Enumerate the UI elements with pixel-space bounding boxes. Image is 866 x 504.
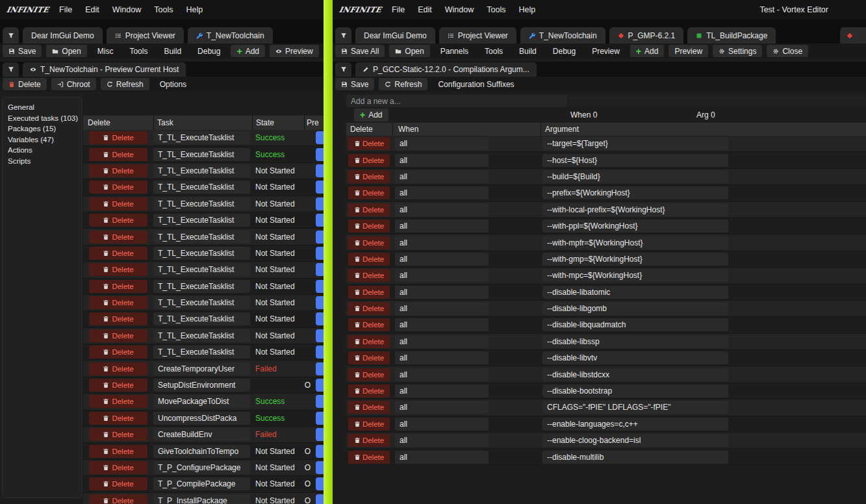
close-button[interactable]: Close	[767, 45, 808, 57]
delete-row-button[interactable]: Delete	[348, 368, 390, 381]
argument-cell[interactable]: --target=${Target}	[542, 137, 728, 150]
tab-partial-clipped[interactable]	[840, 27, 866, 44]
tab-t-newtoolchain[interactable]: T_NewToolchain	[188, 27, 273, 44]
menu-item[interactable]: Tools	[154, 5, 173, 14]
row-action-button-partial[interactable]	[316, 477, 324, 490]
task-cell[interactable]: T_P_InstallPackage	[153, 494, 250, 504]
sidebar-item[interactable]: Packages (15)	[8, 123, 79, 134]
add-button[interactable]: +Add	[231, 45, 265, 57]
save-button[interactable]: Save	[335, 78, 374, 90]
task-cell[interactable]: T_TL_ExecuteTasklist	[153, 346, 250, 359]
when-cell[interactable]: all	[395, 302, 489, 315]
row-action-button-partial[interactable]	[316, 428, 324, 441]
delete-row-button[interactable]: Delete	[348, 170, 390, 183]
argument-cell[interactable]: --with-gmp=${WorkingHost}	[542, 253, 728, 266]
delete-button[interactable]: Delete	[3, 78, 47, 90]
configuration-suffixes-tab[interactable]: Configuration Suffixes	[432, 78, 520, 90]
delete-row-button[interactable]: Delete	[348, 137, 390, 150]
delete-row-button[interactable]: Delete	[89, 412, 147, 425]
task-cell[interactable]: T_TL_ExecuteTasklist	[153, 131, 250, 144]
tab-dear-imgui-demo[interactable]: Dear ImGui Demo	[355, 27, 435, 44]
task-cell[interactable]: UncompressDistPacka	[153, 412, 250, 425]
delete-row-button[interactable]: Delete	[89, 494, 147, 504]
delete-row-button[interactable]: Delete	[89, 379, 147, 392]
task-cell[interactable]: T_TL_ExecuteTasklist	[153, 197, 250, 210]
argument-cell[interactable]: CFLAGS="-fPIE" LDFLAGS="-fPIE"	[542, 401, 728, 414]
menu-item[interactable]: Window	[112, 5, 141, 14]
delete-row-button[interactable]: Delete	[348, 434, 390, 447]
when-cell[interactable]: all	[395, 401, 489, 414]
tab-t-newtoolchain[interactable]: T_NewToolchain	[520, 27, 605, 44]
menu-item[interactable]: Edit	[85, 5, 99, 14]
debug-menu-button[interactable]: Debug	[192, 45, 226, 57]
when-cell[interactable]: all	[395, 154, 489, 167]
task-cell[interactable]: T_TL_ExecuteTasklist	[153, 263, 250, 276]
task-cell[interactable]: CreateBuildEnv	[153, 428, 250, 441]
sidebar-item[interactable]: Actions	[8, 145, 79, 156]
chroot-button[interactable]: Chroot	[51, 78, 96, 90]
when-combo[interactable]: When 0	[570, 110, 597, 120]
task-cell[interactable]: T_TL_ExecuteTasklist	[153, 312, 250, 325]
debug-menu-button[interactable]: Debug	[547, 45, 581, 57]
row-action-button-partial[interactable]	[316, 181, 324, 194]
row-action-button-partial[interactable]	[316, 379, 324, 392]
when-cell[interactable]: all	[395, 451, 489, 464]
delete-row-button[interactable]: Delete	[348, 418, 390, 431]
delete-row-button[interactable]: Delete	[348, 236, 390, 249]
delete-row-button[interactable]: Delete	[89, 181, 147, 194]
delete-row-button[interactable]: Delete	[348, 384, 390, 397]
argument-cell[interactable]: --disable-libgomb	[542, 302, 728, 315]
argument-cell[interactable]: --enable-languages=c,c++	[542, 418, 728, 431]
delete-row-button[interactable]: Delete	[348, 351, 390, 364]
menu-item[interactable]: Help	[186, 5, 203, 14]
when-cell[interactable]: all	[395, 220, 489, 233]
when-cell[interactable]: all	[395, 286, 489, 299]
delete-row-button[interactable]: Delete	[348, 269, 390, 282]
row-action-button-partial[interactable]	[316, 164, 324, 177]
delete-row-button[interactable]: Delete	[348, 220, 390, 233]
delete-row-button[interactable]: Delete	[89, 477, 147, 490]
add-new-input[interactable]	[346, 95, 567, 107]
tools-menu-button[interactable]: Tools	[479, 45, 509, 57]
save-button[interactable]: Save	[3, 45, 42, 57]
preview-button[interactable]: Preview	[270, 45, 319, 57]
tools-menu-button[interactable]: Tools	[123, 45, 153, 57]
row-action-button-partial[interactable]	[316, 296, 324, 309]
delete-row-button[interactable]: Delete	[89, 197, 147, 210]
tab-list-button[interactable]	[3, 62, 19, 77]
row-action-button-partial[interactable]	[316, 395, 324, 408]
add-button[interactable]: +Add	[630, 45, 665, 57]
row-action-button-partial[interactable]	[316, 148, 324, 161]
subtab-preview-current-host[interactable]: T_NewToolchain - Preview Current Host	[23, 62, 186, 77]
preview-menu-button[interactable]: Preview	[586, 45, 626, 57]
subtab-compilations-arguments[interactable]: P_GCC-Static-12.2.0 - Compilations Argum…	[355, 62, 537, 77]
tab-list-button[interactable]	[3, 27, 19, 44]
row-action-button-partial[interactable]	[316, 263, 324, 276]
argument-cell[interactable]: --disable-bootstrap	[542, 384, 728, 397]
delete-row-button[interactable]: Delete	[348, 186, 390, 199]
task-cell[interactable]: MovePackageToDist	[153, 395, 250, 408]
task-cell[interactable]: T_TL_ExecuteTasklist	[153, 164, 250, 177]
open-button[interactable]: Open	[389, 45, 429, 57]
argument-cell[interactable]: --disable-libatomic	[542, 286, 728, 299]
menu-item[interactable]: Window	[445, 5, 474, 14]
task-cell[interactable]: SetupDistEnvironment	[153, 379, 250, 392]
delete-row-button[interactable]: Delete	[89, 247, 147, 260]
build-menu-button[interactable]: Build	[158, 45, 187, 57]
argument-cell[interactable]: --with-mpc=${WorkingHost}	[542, 269, 728, 282]
argument-cell[interactable]: --with-mpfr=${WorkingHost}	[542, 236, 728, 249]
when-cell[interactable]: all	[395, 170, 489, 183]
row-action-button-partial[interactable]	[316, 494, 324, 504]
preview-button[interactable]: Preview	[669, 45, 708, 57]
open-button[interactable]: Open	[46, 45, 86, 57]
when-cell[interactable]: all	[395, 434, 489, 447]
row-action-button-partial[interactable]	[316, 445, 324, 458]
row-action-button-partial[interactable]	[316, 362, 324, 375]
delete-row-button[interactable]: Delete	[89, 296, 147, 309]
task-cell[interactable]: GiveToolchainToTempo	[153, 445, 250, 458]
when-cell[interactable]: all	[395, 418, 489, 431]
menu-item[interactable]: Tools	[487, 5, 505, 14]
when-cell[interactable]: all	[395, 269, 489, 282]
add-argument-button[interactable]: +Add	[354, 108, 388, 121]
row-action-button-partial[interactable]	[316, 461, 324, 474]
